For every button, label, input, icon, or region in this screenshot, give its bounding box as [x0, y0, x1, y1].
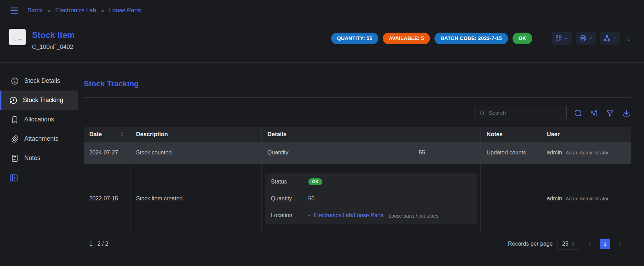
detail-row-quantity: Quantity 50: [265, 190, 477, 207]
chevron-down-icon: [588, 36, 593, 41]
refresh-button[interactable]: [573, 108, 583, 118]
qrcode-icon: [555, 34, 562, 42]
sort-selector-icon[interactable]: [119, 132, 124, 137]
column-label: Date: [89, 131, 102, 138]
page-header: Stock Item C_100nF_0402 QUANTITY: 55 AVA…: [0, 21, 644, 62]
chevron-left-icon: [586, 241, 593, 247]
stock-item-name: C_100nF_0402: [32, 44, 75, 51]
sidebar-item-stock-tracking[interactable]: Stock Tracking: [0, 91, 78, 110]
notes-cell: Updated counts: [481, 142, 541, 164]
paperclip-icon: [11, 135, 19, 143]
filter-icon: [606, 109, 614, 117]
available-badge: AVAILABLE: 5: [383, 33, 430, 44]
detail-row-location: Location - Electronics Lab/Loose Parts L…: [265, 207, 477, 224]
detail-key: Status: [271, 179, 308, 185]
sidebar-collapse-icon: [9, 173, 18, 182]
download-button[interactable]: [622, 108, 631, 118]
dots-vertical-icon: [625, 34, 633, 42]
user-cell: adminAdam Administrator: [541, 142, 631, 164]
records-per-page-select[interactable]: 25: [558, 238, 579, 250]
stock-tracking-table: Date Description Details Notes User 2024…: [84, 127, 631, 234]
collapse-sidebar-button[interactable]: [9, 173, 20, 182]
chevron-right-icon: [617, 241, 624, 247]
breadcrumb-link-loose-parts[interactable]: Loose Parts: [109, 7, 141, 14]
detail-key: Quantity: [268, 149, 289, 156]
stock-actions-icon: [603, 34, 611, 42]
status-ok-badge: OK: [513, 33, 532, 44]
sidebar-item-label: Notes: [24, 154, 40, 162]
component-image: [13, 34, 22, 40]
sidebar-item-label: Attachments: [24, 135, 58, 142]
table-row-stock-counted[interactable]: 2024-07-27 Stock counted Quantity 55 Upd…: [84, 142, 631, 164]
table-options-button[interactable]: [589, 108, 599, 118]
previous-page-button[interactable]: [584, 239, 595, 249]
breadcrumb-link-electronics-lab[interactable]: Electronics Lab: [55, 7, 96, 14]
barcode-actions-button[interactable]: [552, 32, 572, 45]
detail-value: 50: [308, 195, 315, 202]
table-row-stock-item-created[interactable]: 2022-07-15 Stock item created Status OK …: [84, 164, 631, 234]
description-cell: Stock item created: [130, 164, 262, 234]
info-circle-icon: [11, 77, 19, 85]
status-ok-mini-badge: OK: [308, 178, 323, 185]
username: admin: [547, 195, 562, 201]
detail-key: Quantity: [271, 195, 308, 202]
page-size-value: 25: [562, 241, 568, 247]
description-cell: Stock counted: [130, 142, 262, 164]
printer-icon: [579, 34, 587, 42]
location-link[interactable]: Electronics Lab/Loose Parts: [314, 212, 384, 219]
bookmark-icon: [11, 115, 19, 124]
breadcrumb-separator: >: [101, 8, 104, 14]
header-badges-and-actions: QUANTITY: 55 AVAILABLE: 5 BATCH CODE: 20…: [331, 32, 633, 45]
search-box[interactable]: [475, 106, 567, 120]
table-toolbar: [84, 106, 631, 120]
pagination-controls: Records per page 25 1: [508, 238, 626, 250]
stock-item-thumbnail[interactable]: [9, 29, 26, 45]
page-title: Stock Item: [32, 31, 75, 39]
detail-row-status: Status OK: [265, 173, 477, 190]
sidebar-item-label: Stock Tracking: [23, 97, 63, 104]
print-actions-button[interactable]: [576, 32, 596, 45]
search-icon: [479, 110, 485, 116]
table-footer: 1 - 2 / 2 Records per page 25 1: [84, 234, 631, 254]
column-header-description[interactable]: Description: [130, 127, 262, 142]
date-cell: 2024-07-27: [84, 142, 130, 164]
column-header-notes[interactable]: Notes: [481, 127, 541, 142]
filter-button[interactable]: [605, 108, 615, 118]
more-options-button[interactable]: [624, 32, 633, 44]
adjustments-icon: [590, 109, 598, 117]
panel-divider: [84, 97, 631, 98]
breadcrumb-separator: >: [47, 8, 51, 14]
notes-icon: [11, 154, 19, 162]
hamburger-menu-button[interactable]: [9, 5, 20, 16]
details-subtable: Status OK Quantity 50 Location - Electro…: [265, 173, 477, 224]
user-fullname: Adam Administrator: [566, 150, 608, 155]
column-header-user[interactable]: User: [541, 127, 631, 142]
table-header-row: Date Description Details Notes User: [84, 127, 631, 142]
next-page-button[interactable]: [615, 239, 626, 249]
selector-icon: [571, 241, 576, 246]
user-cell: adminAdam Administrator: [541, 164, 631, 234]
quantity-badge: QUANTITY: 55: [331, 33, 378, 44]
details-cell: Quantity 55: [262, 142, 481, 164]
history-icon: [9, 96, 18, 105]
column-header-date[interactable]: Date: [84, 127, 130, 142]
detail-value: 55: [419, 149, 425, 156]
chevron-down-icon: [612, 36, 617, 41]
location-description: Loose parts / cut tapes: [388, 213, 438, 219]
records-per-page-label: Records per page: [508, 241, 553, 247]
page-1-button[interactable]: 1: [600, 239, 610, 249]
username: admin: [547, 149, 562, 155]
sidebar-item-attachments[interactable]: Attachments: [0, 129, 78, 148]
location-dash: -: [308, 212, 310, 219]
sidebar-item-notes[interactable]: Notes: [0, 148, 78, 168]
content: Stock Details Stock Tracking Allocations…: [0, 63, 644, 266]
breadcrumb-link-stock[interactable]: Stock: [27, 7, 43, 14]
date-cell: 2022-07-15: [84, 164, 130, 234]
stock-actions-button[interactable]: [600, 32, 620, 45]
sidebar-item-allocations[interactable]: Allocations: [0, 110, 78, 129]
sidebar-item-stock-details[interactable]: Stock Details: [0, 71, 78, 91]
batch-code-badge: BATCH CODE: 2022-7-15: [434, 33, 508, 44]
sidebar: Stock Details Stock Tracking Allocations…: [0, 63, 78, 266]
user-fullname: Adam Administrator: [566, 196, 608, 201]
search-input[interactable]: [489, 110, 562, 116]
